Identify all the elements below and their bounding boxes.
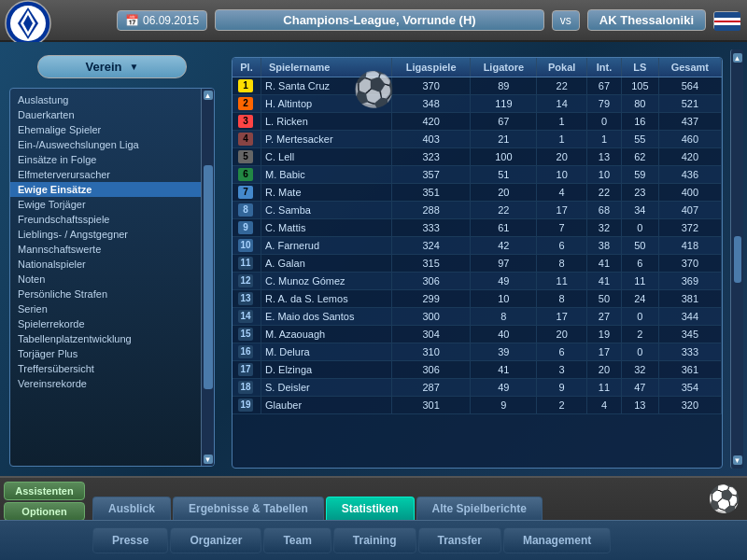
sidebar-item-18[interactable]: Treffersübersicht (10, 361, 214, 376)
table-row: 12C. Munoz Gómez30649114111369 (233, 273, 722, 290)
sidebar-item-16[interactable]: Tabellenplatzentwicklung (10, 331, 214, 346)
rank-badge: 5 (238, 150, 253, 163)
gesamt-cell: 370 (658, 255, 721, 273)
col-header-pokal: Pokal (537, 58, 586, 77)
sidebar-item-13[interactable]: Persönliche Strafen (10, 287, 214, 301)
ligatore-cell: 20 (471, 184, 537, 202)
sidebar-item-14[interactable]: Serien (10, 301, 214, 316)
scroll-down-icon[interactable]: ▼ (204, 455, 213, 464)
player-name: S. Deisler (261, 379, 392, 397)
rank-cell: 17 (233, 361, 261, 379)
tab-bottom-training[interactable]: Training (333, 527, 416, 553)
col-header-gesamt: Gesamt (658, 58, 721, 77)
int-cell: 17 (586, 343, 621, 361)
tab-bottom-transfer[interactable]: Transfer (418, 527, 501, 553)
player-name: P. Mertesacker (261, 131, 392, 148)
ball-decoration: ⚽ (353, 70, 395, 109)
match-title: Champions-League, Vorrunde (H) (283, 13, 475, 27)
pokal-cell: 8 (537, 255, 586, 273)
scroll-up-icon[interactable]: ▲ (204, 91, 213, 100)
header-date[interactable]: 📅 06.09.2015 (117, 10, 207, 31)
tab-top-statistiken[interactable]: Statistiken (326, 497, 415, 520)
verein-filter[interactable]: Verein ▼ (37, 55, 187, 78)
rank-cell: 10 (233, 237, 261, 255)
gesamt-cell: 381 (658, 290, 721, 308)
sidebar-item-19[interactable]: Vereinsrekorde (10, 376, 214, 391)
sidebar-scrollbar[interactable]: ▲ ▼ (201, 89, 214, 466)
sidebar-item-3[interactable]: Ein-/Auswechslungen Liga (10, 137, 214, 152)
gesamt-cell: 354 (658, 379, 721, 397)
rank-cell: 12 (233, 273, 261, 290)
ls-cell: 0 (622, 308, 659, 326)
pokal-cell: 2 (537, 397, 586, 414)
table-scroll-up-icon[interactable]: ▲ (733, 53, 742, 63)
table-row: 15M. Azaouagh3044020192345 (233, 326, 722, 343)
footer-left-buttons: Assistenten Optionen (0, 478, 89, 520)
sidebar-list: AuslastungDauerkartenEhemalige SpielerEi… (9, 88, 215, 467)
rank-cell: 8 (233, 202, 261, 219)
ls-cell: 24 (622, 290, 659, 308)
sidebar-item-8[interactable]: Freundschaftsspiele (10, 212, 214, 227)
gesamt-cell: 369 (658, 273, 721, 290)
scroll-thumb[interactable] (204, 165, 213, 389)
sidebar-item-11[interactable]: Nationalspieler (10, 257, 214, 272)
pokal-cell: 20 (537, 326, 586, 343)
ligaspiele-cell: 324 (392, 237, 471, 255)
tab-top-ausblick[interactable]: Ausblick (92, 497, 171, 520)
sidebar-item-5[interactable]: Elfmeterverursacher (10, 167, 214, 182)
tab-bottom-presse[interactable]: Presse (92, 527, 168, 553)
sidebar-item-2[interactable]: Ehemalige Spieler (10, 122, 214, 137)
flag-icon[interactable] (713, 11, 740, 30)
rank-badge: 16 (238, 345, 253, 358)
footer-tabs-top: AusblickErgebnisse & TabellenStatistiken… (89, 478, 700, 520)
sidebar-item-6[interactable]: Ewige Einsätze (10, 182, 214, 197)
table-scroll-down-icon[interactable]: ▼ (733, 455, 742, 465)
ls-cell: 6 (622, 255, 659, 273)
sidebar-item-0[interactable]: Auslastung (10, 92, 214, 107)
tab-bottom-organizer[interactable]: Organizer (170, 527, 261, 553)
calendar-icon: 📅 (125, 14, 139, 27)
rank-cell: 9 (233, 219, 261, 237)
stats-table-wrapper: Pl.SpielernameLigaspieleLigatorePokalInt… (232, 57, 723, 469)
sidebar-item-12[interactable]: Noten (10, 272, 214, 287)
col-header-ligatore: Ligatore (471, 58, 537, 77)
rank-badge: 6 (238, 168, 253, 181)
ligatore-cell: 89 (471, 77, 537, 95)
ligatore-cell: 41 (471, 361, 537, 379)
sidebar-item-17[interactable]: Torjäger Plus (10, 346, 214, 361)
pokal-cell: 3 (537, 361, 586, 379)
opponent-info[interactable]: AK Thessaloniki (587, 9, 706, 31)
assistenten-button[interactable]: Assistenten (4, 482, 85, 500)
int-cell: 41 (586, 273, 621, 290)
ligatore-cell: 49 (471, 379, 537, 397)
optionen-button[interactable]: Optionen (4, 502, 85, 521)
player-name: C. Mattis (261, 219, 392, 237)
sidebar-item-9[interactable]: Lieblings- / Angstgegner (10, 227, 214, 242)
tab-top-altespielberichte[interactable]: Alte Spielberichte (416, 497, 543, 520)
ligatore-cell: 42 (471, 237, 537, 255)
gesamt-cell: 407 (658, 202, 721, 219)
player-name: C. Munoz Gómez (261, 273, 392, 290)
ligaspiele-cell: 310 (392, 343, 471, 361)
pokal-cell: 22 (537, 77, 586, 95)
tab-bottom-management[interactable]: Management (503, 527, 611, 553)
sidebar-item-7[interactable]: Ewige Torjäger (10, 197, 214, 212)
rank-badge: 4 (238, 133, 253, 146)
tab-top-ergebnissetabellen[interactable]: Ergebnisse & Tabellen (173, 497, 324, 520)
table-scroll-thumb[interactable] (734, 236, 741, 283)
header: 📅 06.09.2015 Champions-League, Vorrunde … (0, 0, 747, 42)
player-name: Glauber (261, 397, 392, 414)
table-row: 6M. Babic35751101059436 (233, 166, 722, 184)
player-name: M. Delura (261, 343, 392, 361)
match-info[interactable]: Champions-League, Vorrunde (H) (215, 9, 544, 31)
gesamt-cell: 345 (658, 326, 721, 343)
sidebar-item-1[interactable]: Dauerkarten (10, 107, 214, 122)
rank-cell: 2 (233, 95, 261, 113)
sidebar-item-15[interactable]: Spielerrekorde (10, 316, 214, 331)
table-scrollbar[interactable]: ▲ ▼ (730, 49, 743, 469)
tab-bottom-team[interactable]: Team (263, 527, 331, 553)
sidebar-item-4[interactable]: Einsätze in Folge (10, 152, 214, 167)
ls-cell: 0 (622, 343, 659, 361)
sidebar-item-10[interactable]: Mannschaftswerte (10, 242, 214, 257)
col-header-ligaspiele: Ligaspiele (392, 58, 471, 77)
